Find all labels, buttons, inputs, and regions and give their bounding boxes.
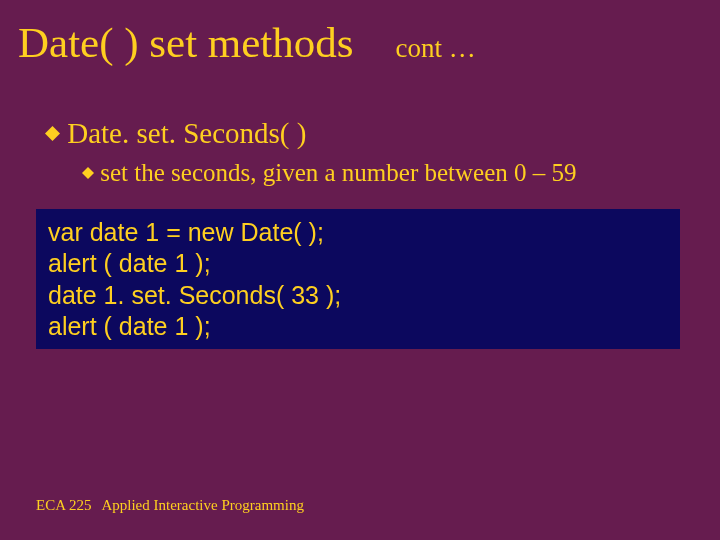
bullet-level-1: Date. set. Seconds( ) [45,117,306,150]
slide-title: Date( ) set methods cont … [18,18,476,67]
code-box: var date 1 = new Date( ); alert ( date 1… [36,209,680,349]
bullet2-text: set the seconds, given a number between … [100,159,576,186]
slide-footer: ECA 225Applied Interactive Programming [36,497,304,514]
svg-marker-1 [82,167,94,179]
svg-marker-0 [45,126,60,141]
slide: Date( ) set methods cont … Date. set. Se… [0,0,720,540]
title-main: Date( ) set methods [18,19,354,66]
code-line-4: alert ( date 1 ); [48,311,668,342]
diamond-bullet-icon [82,167,94,179]
footer-course: ECA 225 [36,497,91,513]
code-line-1: var date 1 = new Date( ); [48,217,668,248]
code-line-2: alert ( date 1 ); [48,248,668,279]
diamond-bullet-icon [45,126,60,141]
bullet-level-2: set the seconds, given a number between … [82,159,577,187]
code-line-3: date 1. set. Seconds( 33 ); [48,280,668,311]
bullet1-text: Date. set. Seconds( ) [67,117,306,149]
footer-title: Applied Interactive Programming [101,497,303,513]
title-cont: cont … [358,33,476,63]
